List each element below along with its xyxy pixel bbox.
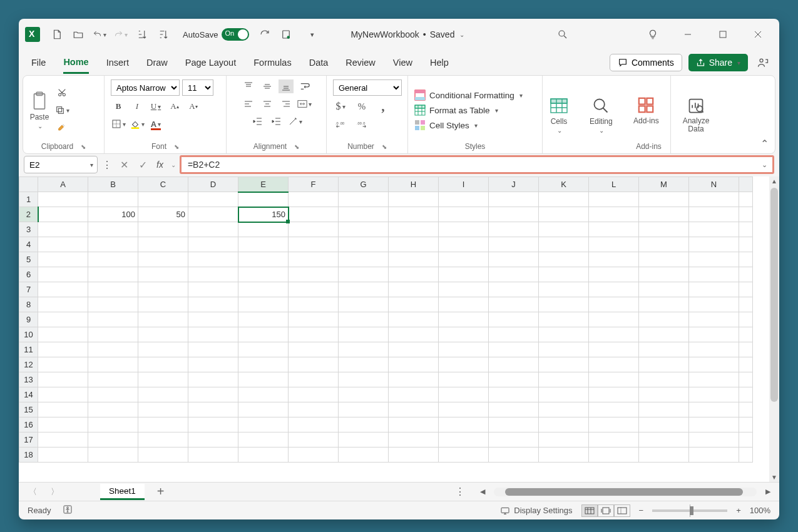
underline-button[interactable]: U▾ bbox=[148, 100, 163, 113]
decrease-indent-icon[interactable] bbox=[250, 115, 265, 128]
tab-data[interactable]: Data bbox=[309, 53, 329, 73]
cell-C4[interactable] bbox=[138, 237, 188, 252]
column-header-B[interactable]: B bbox=[88, 177, 138, 192]
cell-J1[interactable] bbox=[489, 192, 539, 207]
cell-K10[interactable] bbox=[539, 327, 589, 342]
cell-N17[interactable] bbox=[689, 432, 739, 448]
cell-I10[interactable] bbox=[439, 327, 489, 342]
cell-I1[interactable] bbox=[439, 192, 489, 207]
open-file-icon[interactable] bbox=[71, 28, 85, 41]
close-button[interactable] bbox=[743, 22, 773, 47]
cell-J7[interactable] bbox=[489, 282, 539, 297]
merge-center-icon[interactable]: ▾ bbox=[297, 97, 312, 111]
share-button[interactable]: Share ▾ bbox=[688, 54, 748, 71]
cell-I8[interactable] bbox=[439, 297, 489, 312]
percent-icon[interactable]: % bbox=[354, 100, 369, 113]
cell-N15[interactable] bbox=[689, 402, 739, 417]
cell-N14[interactable] bbox=[689, 387, 739, 402]
scroll-down-icon[interactable]: ▼ bbox=[771, 474, 777, 481]
cell-H14[interactable] bbox=[389, 387, 439, 402]
cell-E5[interactable] bbox=[238, 252, 289, 267]
cell-I7[interactable] bbox=[439, 282, 489, 297]
cell-I17[interactable] bbox=[439, 432, 489, 448]
scroll-up-icon[interactable]: ▲ bbox=[771, 178, 777, 185]
cell-M12[interactable] bbox=[639, 357, 689, 372]
column-header-A[interactable]: A bbox=[38, 177, 88, 192]
display-settings-button[interactable]: Display Settings bbox=[500, 506, 572, 516]
cell-M3[interactable] bbox=[639, 222, 689, 237]
cell-H13[interactable] bbox=[389, 372, 439, 387]
cell-L18[interactable] bbox=[589, 448, 639, 463]
cell-M1[interactable] bbox=[639, 192, 689, 207]
cell-L6[interactable] bbox=[589, 267, 639, 282]
cell-H6[interactable] bbox=[389, 267, 439, 282]
cell-C15[interactable] bbox=[138, 402, 188, 417]
cell-B1[interactable] bbox=[88, 192, 138, 207]
cell-H15[interactable] bbox=[389, 402, 439, 417]
cell-E8[interactable] bbox=[238, 297, 289, 312]
page-break-view-icon[interactable] bbox=[614, 504, 630, 517]
cell-F15[interactable] bbox=[289, 402, 339, 417]
cell-H11[interactable] bbox=[389, 342, 439, 357]
conditional-formatting-button[interactable]: Conditional Formatting▾ bbox=[414, 90, 523, 101]
cell-B13[interactable] bbox=[88, 372, 138, 387]
cell-M10[interactable] bbox=[639, 327, 689, 342]
row-header-9[interactable]: 9 bbox=[19, 312, 38, 327]
cell-G1[interactable] bbox=[339, 192, 389, 207]
cell-N6[interactable] bbox=[689, 267, 739, 282]
cell-B10[interactable] bbox=[88, 327, 138, 342]
cell-A1[interactable] bbox=[38, 192, 88, 207]
cell-F4[interactable] bbox=[289, 237, 339, 252]
column-header-D[interactable]: D bbox=[188, 177, 238, 192]
cell-I5[interactable] bbox=[439, 252, 489, 267]
column-header-F[interactable]: F bbox=[289, 177, 339, 192]
row-header-6[interactable]: 6 bbox=[19, 267, 38, 282]
column-header-C[interactable]: C bbox=[138, 177, 188, 192]
qat-overflow-icon[interactable]: ▾ bbox=[305, 28, 319, 41]
cell-L13[interactable] bbox=[589, 372, 639, 387]
cell-B16[interactable] bbox=[88, 417, 138, 432]
cell-B2[interactable]: 100 bbox=[88, 207, 138, 222]
cell-F10[interactable] bbox=[289, 327, 339, 342]
cell-L3[interactable] bbox=[589, 222, 639, 237]
add-sheet-button[interactable]: + bbox=[151, 484, 171, 499]
cell-A5[interactable] bbox=[38, 252, 88, 267]
cell-C6[interactable] bbox=[138, 267, 188, 282]
cell-I14[interactable] bbox=[439, 387, 489, 402]
hscroll-left-icon[interactable]: ◀ bbox=[478, 488, 488, 496]
cell-N18[interactable] bbox=[689, 448, 739, 463]
cell-G5[interactable] bbox=[339, 252, 389, 267]
cell-H3[interactable] bbox=[389, 222, 439, 237]
row-header-18[interactable]: 18 bbox=[19, 448, 38, 463]
column-header-L[interactable]: L bbox=[589, 177, 639, 192]
cell-K9[interactable] bbox=[539, 312, 589, 327]
zoom-out-button[interactable]: − bbox=[639, 506, 644, 515]
sheet-nav-next-icon[interactable]: 〉 bbox=[47, 486, 63, 498]
sheet-tab-menu-icon[interactable]: ⋮ bbox=[455, 486, 465, 498]
cell-N3[interactable] bbox=[689, 222, 739, 237]
decrease-font-icon[interactable]: A▾ bbox=[186, 100, 201, 113]
wrap-text-icon[interactable] bbox=[297, 79, 312, 93]
sort-desc-icon[interactable] bbox=[156, 28, 170, 41]
cell-D1[interactable] bbox=[188, 192, 238, 207]
cell-K1[interactable] bbox=[539, 192, 589, 207]
cell-K2[interactable] bbox=[539, 207, 589, 222]
cell-J17[interactable] bbox=[489, 432, 539, 448]
cell-D15[interactable] bbox=[188, 402, 238, 417]
cell-A11[interactable] bbox=[38, 342, 88, 357]
cell-E15[interactable] bbox=[238, 402, 289, 417]
cell-C2[interactable]: 50 bbox=[138, 207, 188, 222]
teams-present-icon[interactable] bbox=[754, 54, 772, 71]
cell-A9[interactable] bbox=[38, 312, 88, 327]
cell-L11[interactable] bbox=[589, 342, 639, 357]
cell-G18[interactable] bbox=[339, 448, 389, 463]
cell-L9[interactable] bbox=[589, 312, 639, 327]
name-box-menu-icon[interactable]: ⋮ bbox=[101, 156, 113, 173]
cell-G3[interactable] bbox=[339, 222, 389, 237]
cell-D10[interactable] bbox=[188, 327, 238, 342]
row-header-10[interactable]: 10 bbox=[19, 327, 38, 342]
cell-I3[interactable] bbox=[439, 222, 489, 237]
alignment-dialog-launcher[interactable]: ⬊ bbox=[294, 143, 299, 150]
cell-K3[interactable] bbox=[539, 222, 589, 237]
tab-draw[interactable]: Draw bbox=[146, 53, 168, 73]
